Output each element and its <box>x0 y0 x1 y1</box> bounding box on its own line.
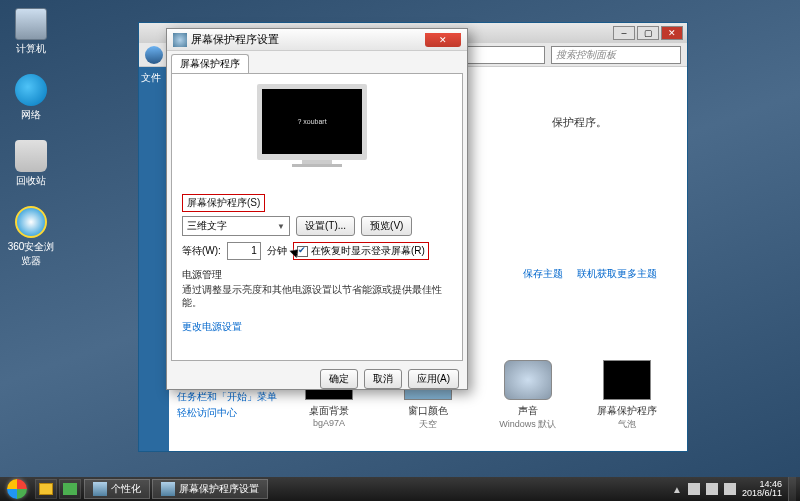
dialog-icon <box>173 33 187 47</box>
change-power-link[interactable]: 更改电源设置 <box>182 320 242 334</box>
show-desktop-button[interactable] <box>788 477 796 501</box>
taskbar-start-menu-link[interactable]: 任务栏和「开始」菜单 <box>177 389 277 405</box>
resume-login-label: 在恢复时显示登录屏幕(R) <box>311 244 425 258</box>
search-input[interactable]: 搜索控制面板 <box>551 46 681 64</box>
apply-button[interactable]: 应用(A) <box>408 369 459 389</box>
taskbar: 个性化 屏幕保护程序设置 ▲ 14:46 2018/6/11 <box>0 477 800 501</box>
dialog-close-button[interactable]: ✕ <box>425 33 461 47</box>
tray-chevron-icon[interactable]: ▲ <box>672 484 682 495</box>
preview-monitor: ? xoubart <box>257 84 377 180</box>
minimize-button[interactable]: – <box>613 26 635 40</box>
label: 回收站 <box>16 174 46 188</box>
cp-item-screensaver[interactable]: 屏幕保护程序 气泡 <box>587 360 667 431</box>
settings-button[interactable]: 设置(T)... <box>296 216 355 236</box>
taskbar-screensaver-settings[interactable]: 屏幕保护程序设置 <box>152 479 268 499</box>
get-more-themes-link[interactable]: 联机获取更多主题 <box>577 267 657 281</box>
resume-login-checkbox[interactable] <box>297 246 308 257</box>
tray-volume-icon[interactable] <box>724 483 736 495</box>
chevron-down-icon: ▼ <box>277 222 285 231</box>
label: 网络 <box>21 108 41 122</box>
ok-button[interactable]: 确定 <box>320 369 358 389</box>
label: 计算机 <box>16 42 46 56</box>
wait-label: 等待(W): <box>182 244 221 258</box>
taskbar-personalization[interactable]: 个性化 <box>84 479 150 499</box>
close-button[interactable]: ✕ <box>661 26 683 40</box>
wait-spinner[interactable]: 1 <box>227 242 261 260</box>
tray-flag-icon[interactable] <box>688 483 700 495</box>
label: 360安全浏览器 <box>6 240 56 268</box>
cancel-button[interactable]: 取消 <box>364 369 402 389</box>
power-text: 通过调整显示亮度和其他电源设置以节省能源或提供最佳性能。 <box>182 284 452 310</box>
desktop-recycle-bin[interactable]: 回收站 <box>6 140 56 188</box>
tray-network-icon[interactable] <box>706 483 718 495</box>
wait-unit: 分钟 <box>267 244 287 258</box>
nav-back-button[interactable] <box>145 46 163 64</box>
taskbar-clock[interactable]: 14:46 2018/6/11 <box>742 480 782 499</box>
dialog-title: 屏幕保护程序设置 <box>191 32 279 47</box>
maximize-button[interactable]: ▢ <box>637 26 659 40</box>
desktop-network[interactable]: 网络 <box>6 74 56 122</box>
cp-item-sounds[interactable]: 声音 Windows 默认 <box>488 360 568 431</box>
windows-orb-icon <box>7 479 27 499</box>
cp-heading: 保护程序。 <box>552 115 607 130</box>
screensaver-group-label: 屏幕保护程序(S) <box>182 194 265 212</box>
pinned-explorer[interactable] <box>35 479 57 499</box>
cp-sidebar: 文件 <box>139 67 169 451</box>
screensaver-dialog: 屏幕保护程序设置 ✕ 屏幕保护程序 ? xoubart 屏幕保护程序(S) 三维… <box>166 28 468 390</box>
power-heading: 电源管理 <box>182 268 452 282</box>
save-theme-link[interactable]: 保存主题 <box>523 267 563 281</box>
pinned-app[interactable] <box>59 479 81 499</box>
start-button[interactable] <box>0 477 34 501</box>
desktop-computer[interactable]: 计算机 <box>6 8 56 56</box>
preview-button[interactable]: 预览(V) <box>361 216 412 236</box>
screensaver-select[interactable]: 三维文字 ▼ <box>182 216 290 236</box>
screensaver-tab[interactable]: 屏幕保护程序 <box>171 54 249 74</box>
desktop-360browser[interactable]: 360安全浏览器 <box>6 206 56 268</box>
ease-of-access-link[interactable]: 轻松访问中心 <box>177 405 277 421</box>
